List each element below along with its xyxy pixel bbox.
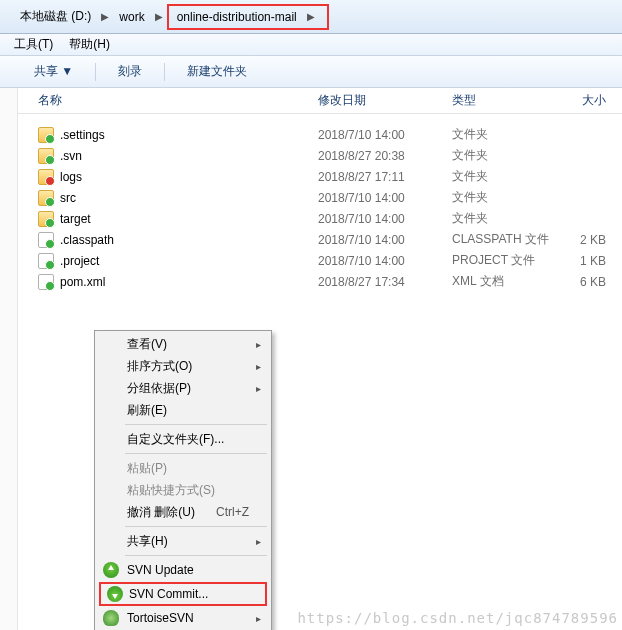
- menu-label: 查看(V): [127, 336, 167, 353]
- file-type: XML 文档: [452, 273, 556, 290]
- menu-sort[interactable]: 排序方式(O): [97, 355, 269, 377]
- menu-label: 共享(H): [127, 533, 168, 550]
- file-name: target: [60, 212, 91, 226]
- menu-separator: [125, 424, 267, 425]
- chevron-right-icon[interactable]: ▶: [151, 11, 167, 22]
- file-icon: [38, 232, 54, 248]
- menu-group[interactable]: 分组依据(P): [97, 377, 269, 399]
- file-size: 1 KB: [556, 254, 616, 268]
- toolbar-new-folder[interactable]: 新建文件夹: [187, 63, 247, 80]
- menu-separator: [125, 555, 267, 556]
- menu-view[interactable]: 查看(V): [97, 333, 269, 355]
- file-icon: [38, 274, 54, 290]
- col-type[interactable]: 类型: [452, 92, 556, 109]
- nav-pane-edge[interactable]: [0, 88, 18, 630]
- menu-tortoisesvn[interactable]: TortoiseSVN: [97, 607, 269, 629]
- file-name: logs: [60, 170, 82, 184]
- chevron-right-icon[interactable]: ▶: [303, 11, 319, 22]
- menu-label: 粘贴(P): [127, 460, 167, 477]
- file-name: pom.xml: [60, 275, 105, 289]
- menu-label: 粘贴快捷方式(S): [127, 482, 215, 499]
- chevron-right-icon[interactable]: ▶: [97, 11, 113, 22]
- file-row[interactable]: pom.xml 2018/8/27 17:34 XML 文档 6 KB: [18, 271, 622, 292]
- menu-paste-shortcut[interactable]: 粘贴快捷方式(S): [97, 479, 269, 501]
- file-name: src: [60, 191, 76, 205]
- menu-label: SVN Update: [127, 563, 194, 577]
- file-date: 2018/7/10 14:00: [318, 254, 452, 268]
- menu-label: 排序方式(O): [127, 358, 192, 375]
- svn-commit-icon: [107, 586, 123, 602]
- col-name[interactable]: 名称: [18, 92, 318, 109]
- file-type: 文件夹: [452, 189, 556, 206]
- menu-label: 自定义文件夹(F)...: [127, 431, 224, 448]
- toolbar-burn[interactable]: 刻录: [118, 63, 142, 80]
- file-name: .settings: [60, 128, 105, 142]
- menu-label: SVN Commit...: [129, 587, 208, 601]
- file-icon: [38, 253, 54, 269]
- file-date: 2018/7/10 14:00: [318, 233, 452, 247]
- menu-bar: 工具(T) 帮助(H): [0, 34, 622, 56]
- file-row[interactable]: target 2018/7/10 14:00 文件夹: [18, 208, 622, 229]
- svn-update-icon: [103, 562, 119, 578]
- file-size: 6 KB: [556, 275, 616, 289]
- menu-separator: [125, 526, 267, 527]
- file-row[interactable]: .settings 2018/7/10 14:00 文件夹: [18, 124, 622, 145]
- menu-label: TortoiseSVN: [127, 611, 194, 625]
- file-row[interactable]: logs 2018/8/27 17:11 文件夹: [18, 166, 622, 187]
- file-date: 2018/8/27 17:11: [318, 170, 452, 184]
- file-row[interactable]: .classpath 2018/7/10 14:00 CLASSPATH 文件 …: [18, 229, 622, 250]
- breadcrumb-current-highlight: online-distribution-mail ▶: [167, 4, 329, 30]
- file-row[interactable]: .svn 2018/8/27 20:38 文件夹: [18, 145, 622, 166]
- file-date: 2018/7/10 14:00: [318, 212, 452, 226]
- file-row[interactable]: .project 2018/7/10 14:00 PROJECT 文件 1 KB: [18, 250, 622, 271]
- file-type: 文件夹: [452, 210, 556, 227]
- toolbar-separator: [164, 63, 165, 81]
- col-date[interactable]: 修改日期: [318, 92, 452, 109]
- breadcrumb-leaf[interactable]: online-distribution-mail: [177, 10, 297, 24]
- folder-icon: [38, 211, 54, 227]
- file-date: 2018/8/27 20:38: [318, 149, 452, 163]
- menu-customize-folder[interactable]: 自定义文件夹(F)...: [97, 428, 269, 450]
- file-name: .svn: [60, 149, 82, 163]
- toolbar: 共享 ▼ 刻录 新建文件夹: [0, 56, 622, 88]
- file-date: 2018/8/27 17:34: [318, 275, 452, 289]
- folder-icon: [38, 148, 54, 164]
- file-type: CLASSPATH 文件: [452, 231, 556, 248]
- menu-share-with[interactable]: 共享(H): [97, 530, 269, 552]
- file-date: 2018/7/10 14:00: [318, 191, 452, 205]
- folder-icon: [38, 169, 54, 185]
- file-date: 2018/7/10 14:00: [318, 128, 452, 142]
- menu-separator: [125, 453, 267, 454]
- file-type: PROJECT 文件: [452, 252, 556, 269]
- col-size[interactable]: 大小: [556, 92, 616, 109]
- menu-svn-commit[interactable]: SVN Commit...: [99, 582, 267, 606]
- toolbar-separator: [95, 63, 96, 81]
- file-type: 文件夹: [452, 147, 556, 164]
- menu-svn-update[interactable]: SVN Update: [97, 559, 269, 581]
- address-bar[interactable]: 本地磁盘 (D:) ▶ work ▶ online-distribution-m…: [0, 0, 622, 34]
- column-headers[interactable]: 名称 修改日期 类型 大小: [18, 88, 622, 114]
- menu-help[interactable]: 帮助(H): [69, 36, 110, 53]
- menu-refresh[interactable]: 刷新(E): [97, 399, 269, 421]
- file-size: 2 KB: [556, 233, 616, 247]
- menu-label: 分组依据(P): [127, 380, 191, 397]
- file-name: .project: [60, 254, 99, 268]
- menu-label: 撤消 删除(U): [127, 504, 195, 521]
- file-name: .classpath: [60, 233, 114, 247]
- file-type: 文件夹: [452, 126, 556, 143]
- toolbar-share[interactable]: 共享 ▼: [34, 63, 73, 80]
- breadcrumb-root[interactable]: 本地磁盘 (D:): [14, 6, 97, 28]
- menu-tools[interactable]: 工具(T): [14, 36, 53, 53]
- file-type: 文件夹: [452, 168, 556, 185]
- menu-label: 刷新(E): [127, 402, 167, 419]
- tortoise-icon: [103, 610, 119, 626]
- menu-undo-delete[interactable]: 撤消 删除(U)Ctrl+Z: [97, 501, 269, 523]
- menu-shortcut: Ctrl+Z: [216, 505, 249, 519]
- folder-icon: [38, 127, 54, 143]
- context-menu: 查看(V) 排序方式(O) 分组依据(P) 刷新(E) 自定义文件夹(F)...…: [94, 330, 272, 630]
- breadcrumb-work[interactable]: work: [113, 6, 150, 28]
- file-row[interactable]: src 2018/7/10 14:00 文件夹: [18, 187, 622, 208]
- folder-icon: [38, 190, 54, 206]
- menu-paste[interactable]: 粘贴(P): [97, 457, 269, 479]
